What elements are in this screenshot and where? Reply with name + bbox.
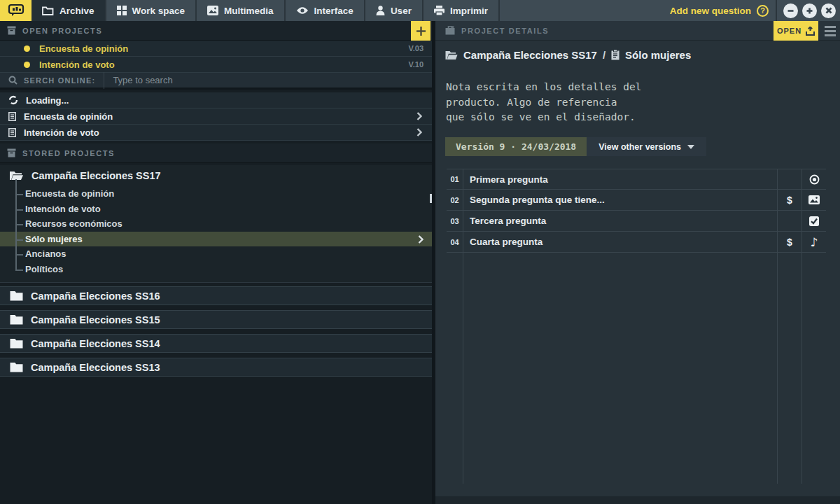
note-line: producto. Algo de referencia [446, 95, 641, 111]
tab-user[interactable]: User [365, 0, 424, 21]
tree-item-label: Recursos económicos [25, 218, 122, 229]
project-note: Nota escrita en los detalles del product… [446, 80, 641, 125]
tree-item-label: Políticos [25, 264, 63, 274]
view-other-versions-button[interactable]: View other versions [587, 137, 706, 156]
tab-label: User [391, 6, 412, 16]
question-text: Primera pregunta [463, 169, 777, 189]
stored-folder-row[interactable]: Campaña Elecciones SS15 [0, 310, 432, 329]
tab-work-space[interactable]: Work space [106, 0, 197, 21]
question-price [777, 211, 802, 231]
add-new-question-button[interactable]: Add new question [670, 6, 751, 16]
breadcrumb: Campaña Elecciones SS17 / Sólo mujeres [445, 49, 691, 61]
search-divider [104, 72, 104, 89]
top-bar: Archive Work space Multimedia Interface … [0, 0, 840, 21]
stored-folder-label: Campaña Elecciones SS15 [31, 314, 160, 326]
tree-folder-label: Campaña Elecciones SS17 [31, 170, 161, 181]
open-project-button[interactable]: OPEN [774, 21, 818, 41]
stored-projects-title: STORED PROJECTS [22, 149, 115, 158]
search-online-bar: SERCH ONLINE: [0, 73, 432, 90]
close-button[interactable] [821, 4, 836, 18]
panel-menu-icon[interactable] [822, 21, 838, 41]
tree-item[interactable]: Ancianos [0, 246, 432, 262]
tree-item-label: Intención de voto [25, 204, 101, 214]
tree-item-label: Sólo mujeres [25, 234, 83, 244]
loading-row: Loading... [0, 92, 432, 108]
archive-box-icon [7, 26, 16, 35]
open-projects-title: OPEN PROJECTS [22, 27, 102, 35]
status-dot-icon [24, 62, 30, 68]
question-text: Segunda pregunta que tiene... [463, 190, 777, 210]
open-project-row[interactable]: Intención de voto V.10 [0, 57, 432, 73]
question-row[interactable]: 01 Primera pregunta [447, 169, 826, 190]
online-result-row[interactable]: Intención de voto [0, 125, 432, 141]
tree-item[interactable]: Encuesta de opinión [0, 186, 432, 202]
tab-multimedia[interactable]: Multimedia [197, 0, 286, 21]
open-projects-header: OPEN PROJECTS [0, 21, 432, 41]
checkbox-icon [802, 211, 826, 231]
tab-archive[interactable]: Archive [31, 0, 106, 21]
tree-folder[interactable]: Campaña Elecciones SS17 [0, 165, 432, 186]
current-version-chip: Versión 9 · 24/03/2018 [445, 137, 587, 156]
open-folder-icon [445, 50, 458, 60]
add-button[interactable] [802, 4, 817, 18]
app-logo[interactable] [0, 0, 31, 21]
poll-bubble-icon [8, 4, 24, 18]
loading-label: Loading... [26, 95, 69, 106]
question-row[interactable]: 03 Tercera pregunta [447, 211, 826, 232]
music-note-glyph: ♪ [811, 235, 818, 249]
tree-item[interactable]: Recursos económicos [0, 216, 432, 232]
user-icon [376, 6, 385, 15]
stored-folder-row[interactable]: Campaña Elecciones SS16 [0, 286, 432, 305]
tab-interface[interactable]: Interface [286, 0, 365, 21]
document-icon [8, 112, 16, 121]
tab-label: Archive [59, 6, 94, 16]
online-result-label: Intención de voto [24, 127, 99, 138]
tab-imprimir[interactable]: Imprimir [424, 0, 500, 21]
chevron-down-icon [687, 145, 694, 149]
stored-folder-row[interactable]: Campaña Elecciones SS13 [0, 358, 432, 377]
briefcase-icon [445, 26, 455, 35]
tree-item-selected[interactable]: Sólo mujeres [0, 232, 432, 247]
stored-folder-list: Campaña Elecciones SS16 Campaña Eleccion… [0, 286, 432, 377]
topbar-right: Add new question ? [670, 0, 840, 21]
search-input[interactable] [113, 75, 323, 85]
music-icon: ♪ [802, 232, 826, 252]
minimize-button[interactable] [783, 4, 798, 18]
chevron-right-icon [416, 128, 422, 136]
record-icon [802, 169, 826, 189]
online-result-row[interactable]: Encuesta de opinión [0, 108, 432, 125]
question-number: 02 [447, 190, 463, 210]
document-icon [8, 128, 16, 137]
open-project-row[interactable]: Encuesta de opinión V.03 [0, 41, 432, 57]
tree-item[interactable]: Intención de voto [0, 202, 432, 217]
stored-folder-label: Campaña Elecciones SS14 [31, 338, 160, 349]
view-other-versions-label: View other versions [598, 142, 681, 152]
stored-folder-label: Campaña Elecciones SS13 [31, 362, 160, 373]
close-icon [825, 7, 832, 14]
projects-panel: OPEN PROJECTS Encuesta de opinión V.03 I… [0, 21, 432, 504]
tab-label: Imprimir [450, 6, 488, 16]
help-icon[interactable]: ? [757, 5, 769, 17]
project-version: V.03 [408, 44, 424, 52]
minus-icon [787, 7, 794, 15]
breadcrumb-project[interactable]: Campaña Elecciones SS17 [463, 49, 597, 61]
tree-item[interactable]: Políticos [0, 262, 432, 277]
stored-folder-row[interactable]: Campaña Elecciones SS14 [0, 334, 432, 353]
version-bar: Versión 9 · 24/03/2018 View other versio… [445, 137, 706, 156]
note-line: que sólo se ve en el diseñador. [446, 110, 641, 125]
question-row[interactable]: 04 Cuarta pregunta $ ♪ [447, 232, 826, 253]
question-number: 04 [447, 232, 463, 252]
eye-icon [296, 6, 309, 15]
project-details-header: PROJECT DETAILS OPEN [435, 21, 840, 41]
printer-icon [434, 6, 444, 15]
question-number: 03 [447, 211, 463, 231]
chevron-right-icon [418, 235, 424, 244]
question-row[interactable]: 02 Segunda pregunta que tiene... $ [447, 190, 826, 211]
left-panel-scrollbar-thumb[interactable] [430, 194, 432, 203]
plus-icon [806, 7, 813, 15]
topbar-divider [776, 0, 777, 21]
project-details-panel: PROJECT DETAILS OPEN Campaña Elecciones … [435, 21, 840, 504]
project-details-title: PROJECT DETAILS [461, 27, 549, 35]
add-project-button[interactable] [411, 21, 430, 41]
tab-label: Multimedia [224, 6, 274, 16]
